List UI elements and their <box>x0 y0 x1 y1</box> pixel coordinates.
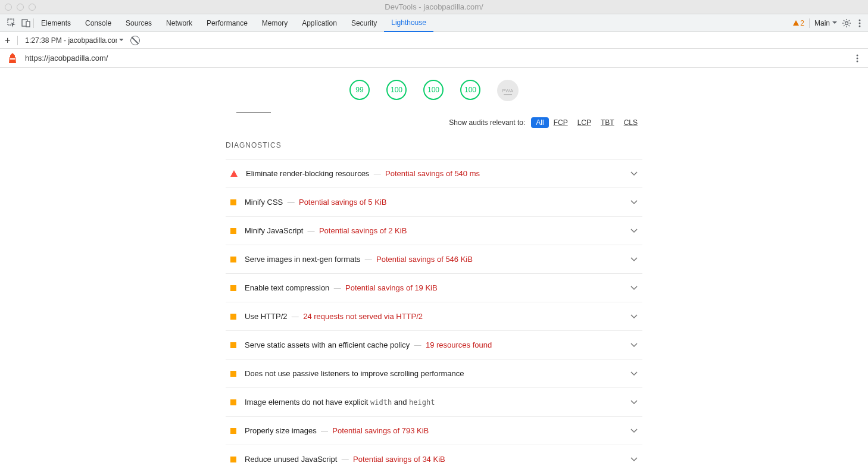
audit-row[interactable]: Reduce unused JavaScript — Potential sav… <box>226 445 642 472</box>
report-url: https://jacobpadilla.com/ <box>25 54 108 62</box>
lighthouse-logo-icon <box>7 52 18 64</box>
tab-application[interactable]: Application <box>295 14 344 32</box>
filter-chip-tbt[interactable]: TBT <box>596 117 619 128</box>
score-gauge[interactable]: 100 <box>386 80 407 100</box>
divider <box>809 18 810 28</box>
score-gauge[interactable]: PWA <box>497 80 519 101</box>
close-window-button[interactable] <box>5 4 12 11</box>
minimize-window-button[interactable] <box>17 4 24 11</box>
tab-console[interactable]: Console <box>78 14 118 32</box>
audit-severity-icon <box>230 457 236 462</box>
tab-memory[interactable]: Memory <box>255 14 295 32</box>
audit-title: Does not use passive listeners to improv… <box>245 369 464 378</box>
audit-row[interactable]: Eliminate render-blocking resources — Po… <box>226 159 642 187</box>
settings-gear-icon[interactable] <box>842 18 851 28</box>
svg-point-4 <box>859 19 861 21</box>
maximize-window-button[interactable] <box>29 4 36 11</box>
audit-row[interactable]: Use HTTP/2 — 24 requests not served via … <box>226 302 642 330</box>
active-gauge-underline <box>236 112 271 112</box>
audit-description: Potential savings of 5 KiB <box>299 198 386 207</box>
score-gauges: 99100100100PWA <box>0 80 868 108</box>
report-selector[interactable]: 1:27:38 PM - jacobpadilla.com <box>25 36 123 45</box>
audit-description: Potential savings of 540 ms <box>385 169 480 178</box>
audit-severity-icon <box>230 428 236 434</box>
filter-label: Show audits relevant to: <box>449 118 525 127</box>
audit-row[interactable]: Minify CSS — Potential savings of 5 KiB <box>226 187 642 216</box>
tab-network[interactable]: Network <box>159 14 199 32</box>
audit-row[interactable]: Serve images in next-gen formats — Poten… <box>226 245 642 273</box>
audit-row[interactable]: Properly size images — Potential savings… <box>226 416 642 445</box>
divider <box>17 36 18 45</box>
audit-severity-icon <box>230 199 236 205</box>
warning-badge[interactable]: 2 <box>793 19 804 27</box>
titlebar: DevTools - jacobpadilla.com/ <box>0 0 868 14</box>
audit-severity-icon <box>230 314 236 320</box>
audit-description: Potential savings of 34 KiB <box>353 455 445 464</box>
audit-severity-icon <box>230 228 236 234</box>
audit-title: Serve images in next-gen formats <box>245 255 360 264</box>
audit-description: Potential savings of 2 KiB <box>319 226 407 235</box>
audit-row[interactable]: Enable text compression — Potential savi… <box>226 273 642 302</box>
report-menu-icon[interactable] <box>854 54 861 63</box>
chevron-down-icon <box>630 229 638 233</box>
tab-performance[interactable]: Performance <box>199 14 255 32</box>
audit-title: Serve static assets with an efficient ca… <box>245 340 410 349</box>
chevron-down-icon <box>630 400 638 405</box>
filter-chip-cls[interactable]: CLS <box>619 117 642 128</box>
traffic-lights <box>5 4 36 11</box>
audit-title: Use HTTP/2 <box>245 312 288 321</box>
svg-point-5 <box>859 22 861 24</box>
audit-severity-icon <box>230 257 236 262</box>
lighthouse-report[interactable]: 99100100100PWA Show audits relevant to: … <box>0 68 868 472</box>
audit-row[interactable]: Does not use passive listeners to improv… <box>226 359 642 387</box>
audit-description: 19 resources found <box>426 340 492 349</box>
inspect-element-icon[interactable] <box>5 16 19 30</box>
score-gauge[interactable]: 99 <box>349 80 370 100</box>
audit-description: Potential savings of 546 KiB <box>376 255 473 264</box>
audit-severity-icon <box>230 399 236 405</box>
audit-row[interactable]: Minify JavaScript — Potential savings of… <box>226 216 642 245</box>
svg-point-6 <box>859 25 861 27</box>
audit-title: Reduce unused JavaScript <box>245 455 337 464</box>
score-gauge[interactable]: 100 <box>460 80 480 100</box>
frame-selector[interactable]: Main <box>814 19 837 27</box>
audit-row[interactable]: Image elements do not have explicit widt… <box>226 387 642 416</box>
audit-filters: Show audits relevant to: AllFCPLCPTBTCLS <box>226 109 642 134</box>
svg-point-8 <box>857 54 858 56</box>
tab-elements[interactable]: Elements <box>34 14 78 32</box>
new-report-button[interactable]: + <box>5 35 10 46</box>
warning-count: 2 <box>800 19 804 27</box>
tab-security[interactable]: Security <box>344 14 384 32</box>
audit-description: 24 requests not served via HTTP/2 <box>303 312 423 321</box>
svg-rect-7 <box>10 58 15 60</box>
audit-description: Potential savings of 793 KiB <box>332 426 429 435</box>
chevron-down-icon <box>630 457 638 462</box>
audit-title: Enable text compression <box>245 283 329 292</box>
filter-chip-lcp[interactable]: LCP <box>573 117 596 128</box>
url-bar: https://jacobpadilla.com/ <box>0 49 868 68</box>
audit-severity-icon <box>230 285 236 291</box>
audit-severity-icon <box>230 342 236 348</box>
diagnostics-section: DIAGNOSTICS Eliminate render-blocking re… <box>226 134 642 472</box>
devtools-tabs-bar: ElementsConsoleSourcesNetworkPerformance… <box>0 14 868 32</box>
chevron-down-icon <box>832 21 837 24</box>
tab-sources[interactable]: Sources <box>118 14 159 32</box>
chevron-down-icon <box>630 286 638 290</box>
filter-chip-all[interactable]: All <box>531 117 548 128</box>
device-toolbar-icon[interactable] <box>19 16 33 30</box>
chevron-down-icon <box>630 171 638 176</box>
chevron-down-icon <box>630 314 638 319</box>
tab-lighthouse[interactable]: Lighthouse <box>384 14 433 32</box>
chevron-down-icon <box>630 200 638 205</box>
kebab-menu-icon[interactable] <box>856 18 863 28</box>
svg-point-10 <box>857 60 858 62</box>
chevron-down-icon <box>630 429 638 433</box>
score-gauge[interactable]: 100 <box>423 80 444 100</box>
filter-chip-fcp[interactable]: FCP <box>549 117 573 128</box>
audit-title: Minify CSS <box>245 198 283 207</box>
clear-report-icon[interactable] <box>130 36 140 45</box>
audit-title: Properly size images <box>245 426 317 435</box>
audit-row[interactable]: Serve static assets with an efficient ca… <box>226 330 642 359</box>
audit-description: Potential savings of 19 KiB <box>345 283 438 292</box>
svg-rect-2 <box>26 21 30 27</box>
